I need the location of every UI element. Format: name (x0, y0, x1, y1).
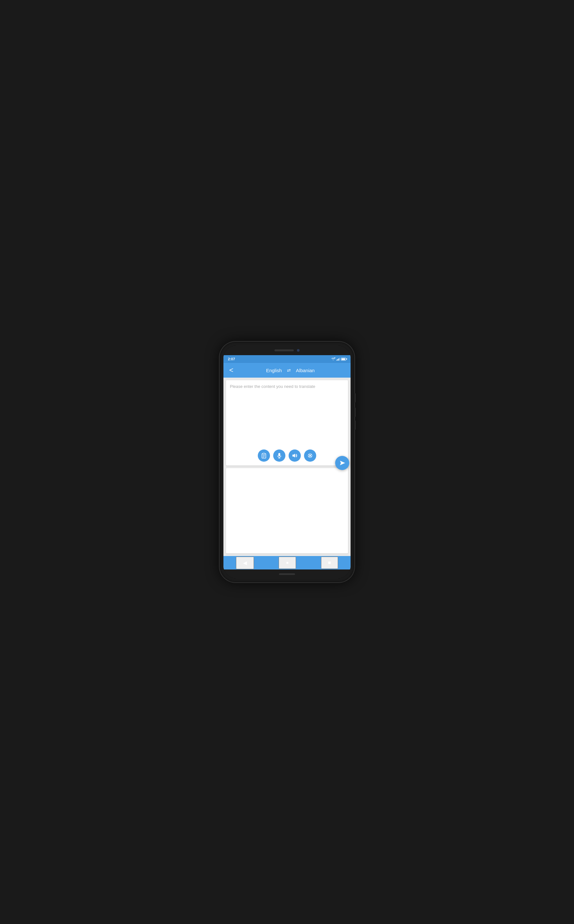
app-bar: < English ⇄ Albanian (224, 363, 350, 378)
volume-button[interactable] (289, 449, 301, 462)
speaker-icon (292, 453, 298, 458)
microphone-icon (277, 453, 282, 459)
clear-button[interactable] (304, 449, 316, 462)
home-area (224, 569, 350, 578)
input-toolbar (226, 447, 348, 465)
signal-bars (336, 357, 340, 361)
phone-inner: 2:07 (224, 346, 350, 578)
nav-back-button[interactable]: ◀ (236, 557, 254, 569)
clipboard-icon (261, 453, 266, 459)
clipboard-button[interactable] (258, 449, 270, 462)
wifi-icon (331, 357, 336, 361)
status-icons (331, 357, 346, 361)
phone-frame: 2:07 (219, 342, 355, 582)
svg-rect-7 (278, 453, 280, 456)
target-language-button[interactable]: Albanian (296, 368, 315, 373)
output-panel (226, 468, 348, 553)
home-indicator (279, 574, 295, 575)
microphone-button[interactable] (273, 449, 285, 462)
content-area: Please enter the content you need to tra… (224, 378, 350, 556)
status-bar: 2:07 (224, 355, 350, 363)
status-time: 2:07 (228, 357, 235, 361)
screen: 2:07 (224, 355, 350, 569)
earpiece (274, 349, 294, 351)
battery-icon (341, 358, 346, 361)
svg-rect-3 (263, 453, 265, 454)
nav-recents-button[interactable]: ■ (321, 557, 338, 569)
back-button[interactable]: < (228, 365, 235, 375)
send-icon (339, 460, 345, 465)
text-input-area[interactable]: Please enter the content you need to tra… (226, 380, 348, 447)
bottom-nav: ◀ ● ■ (224, 556, 350, 569)
swap-languages-button[interactable]: ⇄ (286, 367, 292, 374)
svg-marker-14 (340, 461, 345, 465)
camera-dot (297, 349, 300, 352)
send-button[interactable] (335, 456, 349, 470)
svg-marker-10 (292, 454, 295, 457)
source-language-button[interactable]: English (266, 368, 282, 373)
input-panel: Please enter the content you need to tra… (226, 380, 348, 465)
nav-home-button[interactable]: ● (279, 557, 296, 569)
clear-icon (308, 453, 312, 458)
language-selector: English ⇄ Albanian (235, 367, 346, 374)
earpiece-area (224, 346, 350, 355)
